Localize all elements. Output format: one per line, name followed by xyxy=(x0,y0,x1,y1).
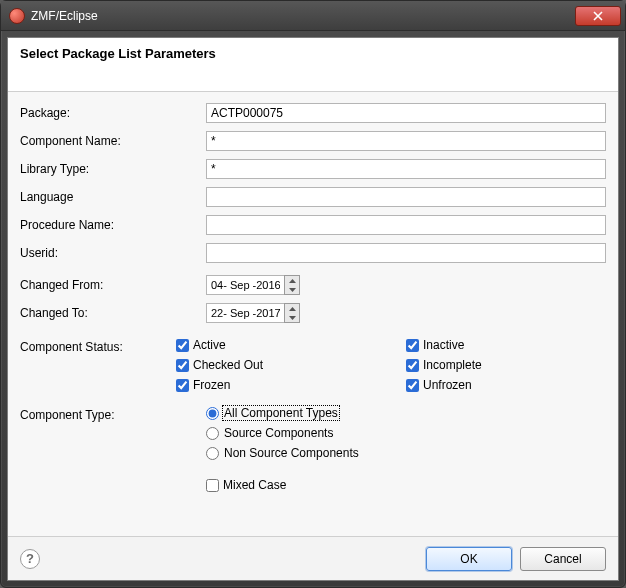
spinner-up-icon[interactable] xyxy=(285,304,299,313)
button-bar: ? OK Cancel xyxy=(8,536,618,580)
label-changed-from: Changed From: xyxy=(20,278,206,292)
label-language: Language xyxy=(20,190,206,204)
page-title: Select Package List Parameters xyxy=(20,46,606,61)
dialog-window: ZMF/Eclipse Select Package List Paramete… xyxy=(0,0,626,588)
label-userid: Userid: xyxy=(20,246,206,260)
checkbox-label: Mixed Case xyxy=(223,478,286,492)
spinner-down-icon[interactable] xyxy=(285,285,299,294)
status-group: Active Inactive Checked Out Incomplete F… xyxy=(176,338,606,392)
label-library-type: Library Type: xyxy=(20,162,206,176)
app-icon xyxy=(9,8,25,24)
checkbox-inactive[interactable]: Inactive xyxy=(406,338,606,352)
form-area: Package: Component Name: Library Type: L… xyxy=(8,92,618,536)
spinner-up-icon[interactable] xyxy=(285,276,299,285)
checkbox-checked-out[interactable]: Checked Out xyxy=(176,358,406,372)
radio-source[interactable]: Source Components xyxy=(206,426,360,440)
cancel-button[interactable]: Cancel xyxy=(520,547,606,571)
changed-to-field[interactable] xyxy=(206,303,284,323)
client-area: Select Package List Parameters Package: … xyxy=(7,37,619,581)
checkbox-label: Unfrozen xyxy=(423,378,472,392)
help-icon: ? xyxy=(26,551,34,566)
checkbox-label: Frozen xyxy=(193,378,230,392)
label-procedure-name: Procedure Name: xyxy=(20,218,206,232)
label-component-type: Component Type: xyxy=(20,406,206,422)
checkbox-unfrozen[interactable]: Unfrozen xyxy=(406,378,606,392)
changed-from-field[interactable] xyxy=(206,275,284,295)
radio-label: All Component Types xyxy=(223,406,339,420)
help-button[interactable]: ? xyxy=(20,549,40,569)
changed-to-spinner[interactable] xyxy=(284,303,300,323)
procedure-name-field[interactable] xyxy=(206,215,606,235)
changed-from-spinner[interactable] xyxy=(284,275,300,295)
radio-label: Non Source Components xyxy=(223,446,360,460)
component-name-field[interactable] xyxy=(206,131,606,151)
window-title: ZMF/Eclipse xyxy=(31,9,98,23)
userid-field[interactable] xyxy=(206,243,606,263)
label-component-name: Component Name: xyxy=(20,134,206,148)
checkbox-label: Inactive xyxy=(423,338,464,352)
titlebar[interactable]: ZMF/Eclipse xyxy=(1,1,625,31)
library-type-field[interactable] xyxy=(206,159,606,179)
language-field[interactable] xyxy=(206,187,606,207)
ok-button[interactable]: OK xyxy=(426,547,512,571)
spinner-down-icon[interactable] xyxy=(285,313,299,322)
label-component-status: Component Status: xyxy=(20,338,176,354)
checkbox-active[interactable]: Active xyxy=(176,338,406,352)
type-group: All Component Types Source Components No… xyxy=(206,406,360,460)
radio-non-source[interactable]: Non Source Components xyxy=(206,446,360,460)
package-field[interactable] xyxy=(206,103,606,123)
radio-label: Source Components xyxy=(223,426,334,440)
close-icon xyxy=(593,11,603,21)
checkbox-label: Checked Out xyxy=(193,358,263,372)
checkbox-incomplete[interactable]: Incomplete xyxy=(406,358,606,372)
label-changed-to: Changed To: xyxy=(20,306,206,320)
close-button[interactable] xyxy=(575,6,621,26)
banner: Select Package List Parameters xyxy=(8,38,618,92)
radio-all-types[interactable]: All Component Types xyxy=(206,406,360,420)
checkbox-mixed-case[interactable]: Mixed Case xyxy=(206,478,286,492)
checkbox-label: Incomplete xyxy=(423,358,482,372)
checkbox-frozen[interactable]: Frozen xyxy=(176,378,406,392)
checkbox-label: Active xyxy=(193,338,226,352)
label-package: Package: xyxy=(20,106,206,120)
